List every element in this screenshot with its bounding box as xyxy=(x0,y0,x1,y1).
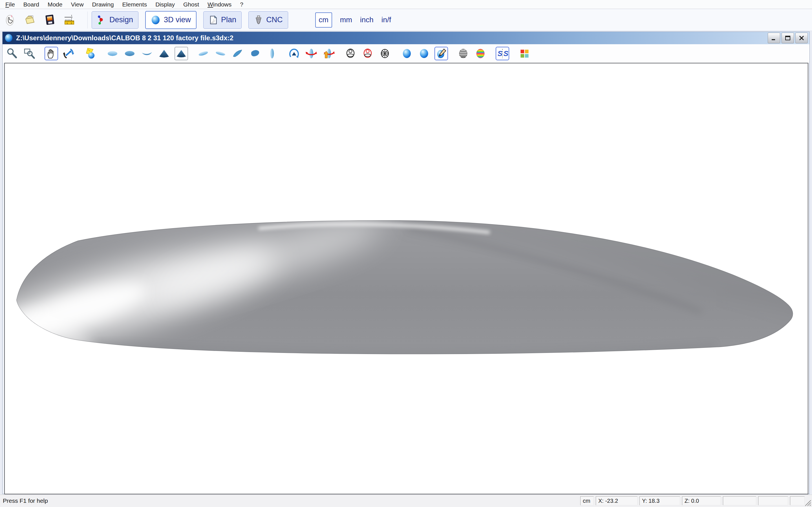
menu-board[interactable]: Board xyxy=(19,1,43,8)
render-design-button[interactable] xyxy=(435,47,448,60)
view-toolbar: S S xyxy=(3,44,809,63)
perspective-left-icon xyxy=(197,47,209,60)
resize-grip[interactable] xyxy=(804,499,811,506)
rotate-yaw-button[interactable] xyxy=(305,47,318,60)
rotate-3d-tool-button[interactable] xyxy=(62,47,75,60)
color-squares-button[interactable] xyxy=(518,47,531,60)
front-view-icon xyxy=(158,47,170,60)
render-smooth-button[interactable] xyxy=(417,47,431,60)
maximize-button[interactable] xyxy=(781,33,794,43)
cnc-mode-button[interactable]: CNC xyxy=(248,11,288,29)
3d-view-mode-button[interactable]: 3D view xyxy=(145,11,197,29)
curvature-map-button[interactable] xyxy=(474,47,487,60)
3d-sphere-icon xyxy=(151,15,161,25)
document-window: Z:\Users\dennery\Downloads\CALBOB 8 2 31… xyxy=(2,32,810,494)
maximize-icon xyxy=(784,35,791,41)
status-empty-cell-3 xyxy=(790,496,805,505)
menu-bar: File Board Mode View Drawing Elements Di… xyxy=(0,0,812,9)
measure-icon: 1 0 xyxy=(63,14,76,26)
zoom-tool-button[interactable] xyxy=(5,47,19,60)
minimize-icon xyxy=(771,35,777,41)
zebra-stripes-button[interactable] xyxy=(456,47,470,60)
bottom-view-icon xyxy=(123,47,136,60)
pointer-hand-icon xyxy=(4,14,17,26)
main-toolbar: 1 0 Design 3D view xyxy=(0,9,812,31)
plan-mode-button[interactable]: Plan xyxy=(203,11,242,29)
light-icon xyxy=(84,47,97,60)
tail-quarter-view-icon xyxy=(232,47,244,60)
open-folder-icon xyxy=(24,14,36,26)
rocker-view-button[interactable] xyxy=(140,47,154,60)
rotate-roll-button[interactable] xyxy=(322,47,335,60)
document-titlebar[interactable]: Z:\Users\dennery\Downloads\CALBOB 8 2 31… xyxy=(3,32,809,44)
wireframe-icon xyxy=(378,47,391,60)
unit-inch-button[interactable]: inch xyxy=(360,15,373,24)
svg-text:1: 1 xyxy=(66,22,68,24)
3d-canvas[interactable] xyxy=(4,63,808,494)
new-board-button[interactable] xyxy=(4,13,17,26)
design-nodes-icon xyxy=(97,15,107,25)
status-empty-cell-2 xyxy=(758,496,788,505)
plan-sheet-icon xyxy=(209,15,218,25)
close-button[interactable] xyxy=(795,33,808,43)
menu-display[interactable]: Display xyxy=(151,1,179,8)
render-design-icon xyxy=(435,48,447,59)
slices-dark-button[interactable] xyxy=(344,47,357,60)
unit-mm-button[interactable]: mm xyxy=(340,15,352,24)
measure-button[interactable]: 1 0 xyxy=(63,13,76,26)
wireframe-button[interactable] xyxy=(378,47,392,60)
menu-elements[interactable]: Elements xyxy=(118,1,151,8)
cnc-bit-icon xyxy=(254,15,263,25)
back-view-button[interactable] xyxy=(174,47,188,60)
menu-mode[interactable]: Mode xyxy=(43,1,67,8)
rotate-yaw-icon xyxy=(305,47,317,60)
front-view-button[interactable] xyxy=(157,47,171,60)
menu-drawing[interactable]: Drawing xyxy=(88,1,118,8)
pan-hand-icon xyxy=(45,48,57,59)
unit-inf-button[interactable]: in/f xyxy=(382,15,391,24)
menu-file[interactable]: File xyxy=(1,1,19,8)
minimize-button[interactable] xyxy=(768,33,780,43)
pan-tool-button[interactable] xyxy=(45,47,58,60)
render-solid-button[interactable] xyxy=(400,47,414,60)
nose-quarter-view-button[interactable] xyxy=(248,47,262,60)
curvature-map-icon xyxy=(474,47,487,60)
flow-lines-button[interactable]: S S xyxy=(496,47,509,60)
unit-cm-button[interactable]: cm xyxy=(315,12,332,27)
color-squares-icon xyxy=(519,48,530,59)
perspective-right-view-button[interactable] xyxy=(214,47,227,60)
bottom-view-button[interactable] xyxy=(123,47,137,60)
light-tool-button[interactable] xyxy=(84,47,97,60)
nose-quarter-view-icon xyxy=(249,47,261,60)
menu-ghost[interactable]: Ghost xyxy=(179,1,203,8)
zebra-stripes-icon xyxy=(457,47,469,60)
perspective-left-view-button[interactable] xyxy=(197,47,210,60)
design-mode-button[interactable]: Design xyxy=(92,11,139,29)
zoom-area-tool-button[interactable] xyxy=(22,47,36,60)
tail-quarter-view-button[interactable] xyxy=(231,47,245,60)
menu-windows[interactable]: Windows xyxy=(203,1,236,8)
save-icon xyxy=(44,14,56,26)
status-y-coordinate: Y: 18.3 xyxy=(640,496,680,505)
rotate-pitch-icon xyxy=(288,47,300,60)
render-smooth-icon xyxy=(418,47,430,60)
status-x-coordinate: X: -23.2 xyxy=(596,496,638,505)
open-button[interactable] xyxy=(24,13,37,26)
svg-text:0: 0 xyxy=(71,22,72,24)
top-view-button[interactable] xyxy=(106,47,119,60)
rotate-roll-icon xyxy=(322,47,335,60)
svg-text:S: S xyxy=(498,50,502,57)
slices-red-button[interactable] xyxy=(361,47,374,60)
status-bar: Press F1 for help cm X: -23.2 Y: 18.3 Z:… xyxy=(0,495,812,507)
menu-view[interactable]: View xyxy=(66,1,88,8)
menu-help[interactable]: ? xyxy=(236,1,248,8)
status-z-coordinate: Z: 0.0 xyxy=(682,496,721,505)
rotate-pitch-button[interactable] xyxy=(287,47,301,60)
save-button[interactable] xyxy=(43,13,56,26)
outline-view-button[interactable] xyxy=(265,47,279,60)
rotate-3d-icon xyxy=(62,47,75,60)
units-group: cm mm inch in/f xyxy=(315,12,391,27)
slices-dark-icon xyxy=(344,47,357,60)
render-solid-icon xyxy=(401,47,413,60)
board-3d-render[interactable] xyxy=(5,63,808,494)
